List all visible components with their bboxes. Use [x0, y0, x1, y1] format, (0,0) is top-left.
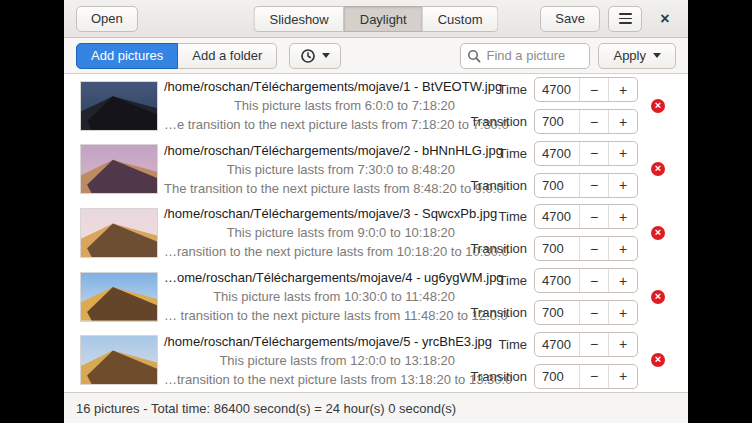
- picture-row: /home/roschan/Téléchargements/mojave/5 -…: [64, 328, 688, 392]
- decrease-button[interactable]: −: [579, 365, 608, 388]
- save-button[interactable]: Save: [540, 6, 600, 32]
- decrease-button[interactable]: −: [579, 78, 608, 101]
- time-label: Time: [463, 82, 527, 97]
- add-pictures-button[interactable]: Add pictures: [76, 43, 178, 69]
- picture-row: …ome/roschan/Téléchargements/mojave/4 - …: [64, 265, 688, 329]
- increase-button[interactable]: +: [608, 237, 637, 260]
- picture-transition-text: …ransition to the next picture lasts fro…: [164, 242, 455, 261]
- increase-button[interactable]: +: [608, 205, 637, 228]
- decrease-button[interactable]: −: [579, 110, 608, 133]
- transition-value[interactable]: 700: [535, 365, 579, 388]
- transition-spinbutton: 700 − +: [534, 236, 638, 261]
- picture-thumbnail: [80, 144, 158, 194]
- transition-value[interactable]: 700: [535, 110, 579, 133]
- time-value[interactable]: 4700: [535, 78, 579, 101]
- hamburger-menu-button[interactable]: [608, 6, 642, 32]
- transition-label: Transition: [463, 178, 527, 193]
- picture-path: /home/roschan/Téléchargements/mojave/3 -…: [164, 204, 455, 223]
- tab-slideshow[interactable]: Slideshow: [253, 6, 343, 32]
- time-label: Time: [463, 146, 527, 161]
- increase-button[interactable]: +: [608, 301, 637, 324]
- picture-path: /home/roschan/Téléchargements/mojave/5 -…: [164, 332, 455, 351]
- time-presets-button[interactable]: [289, 43, 341, 69]
- time-label: Time: [463, 337, 527, 352]
- time-value[interactable]: 4700: [535, 205, 579, 228]
- decrease-button[interactable]: −: [579, 237, 608, 260]
- delete-picture-button[interactable]: ×: [651, 290, 665, 304]
- toolbar: Add pictures Add a folder Apply: [64, 38, 688, 74]
- decrease-button[interactable]: −: [579, 269, 608, 292]
- apply-button[interactable]: Apply: [598, 43, 676, 69]
- time-spinbutton: 4700 − +: [534, 141, 638, 166]
- transition-value[interactable]: 700: [535, 237, 579, 260]
- time-spinbutton: 4700 − +: [534, 332, 638, 357]
- time-spinbutton: 4700 − +: [534, 268, 638, 293]
- picture-path: /home/roschan/Téléchargements/mojave/1 -…: [164, 77, 455, 96]
- picture-duration-text: This picture lasts from 6:0:0 to 7:18:20: [164, 96, 455, 115]
- open-button[interactable]: Open: [76, 6, 138, 32]
- add-buttons-group: Add pictures Add a folder: [76, 43, 277, 69]
- chevron-down-icon: [653, 53, 661, 58]
- picture-duration-text: This picture lasts from 12:0:0 to 13:18:…: [164, 351, 455, 370]
- header-bar: Open Slideshow Daylight Custom Save ×: [64, 0, 688, 38]
- increase-button[interactable]: +: [608, 78, 637, 101]
- status-bar: 16 pictures - Total time: 86400 second(s…: [64, 392, 688, 423]
- increase-button[interactable]: +: [608, 110, 637, 133]
- chevron-down-icon: [322, 53, 330, 58]
- decrease-button[interactable]: −: [579, 333, 608, 356]
- time-value[interactable]: 4700: [535, 142, 579, 165]
- transition-label: Transition: [463, 241, 527, 256]
- increase-button[interactable]: +: [608, 333, 637, 356]
- decrease-button[interactable]: −: [579, 205, 608, 228]
- add-folder-button[interactable]: Add a folder: [178, 43, 277, 69]
- increase-button[interactable]: +: [608, 174, 637, 197]
- delete-picture-button[interactable]: ×: [651, 353, 665, 367]
- increase-button[interactable]: +: [608, 269, 637, 292]
- picture-transition-text: The transition to the next picture lasts…: [164, 179, 455, 198]
- delete-picture-button[interactable]: ×: [651, 99, 665, 113]
- tab-daylight[interactable]: Daylight: [344, 6, 423, 32]
- time-value[interactable]: 4700: [535, 333, 579, 356]
- window-close-button[interactable]: ×: [654, 8, 676, 30]
- increase-button[interactable]: +: [608, 365, 637, 388]
- picture-thumbnail: [80, 335, 158, 385]
- delete-picture-button[interactable]: ×: [651, 162, 665, 176]
- time-label: Time: [463, 209, 527, 224]
- transition-label: Transition: [463, 305, 527, 320]
- picture-path: /home/roschan/Téléchargements/mojave/2 -…: [164, 141, 455, 160]
- transition-spinbutton: 700 − +: [534, 173, 638, 198]
- transition-spinbutton: 700 − +: [534, 300, 638, 325]
- picture-duration-text: This picture lasts from 10:30:0 to 11:48…: [164, 287, 455, 306]
- time-value[interactable]: 4700: [535, 269, 579, 292]
- transition-label: Transition: [463, 114, 527, 129]
- picture-duration-text: This picture lasts from 7:30:0 to 8:48:2…: [164, 160, 455, 179]
- delete-picture-button[interactable]: ×: [651, 226, 665, 240]
- transition-value[interactable]: 700: [535, 174, 579, 197]
- picture-thumbnail: [80, 208, 158, 258]
- mode-switcher: Slideshow Daylight Custom: [253, 6, 498, 32]
- picture-row: /home/roschan/Téléchargements/mojave/1 -…: [64, 74, 688, 138]
- search-input[interactable]: [486, 48, 583, 63]
- increase-button[interactable]: +: [608, 142, 637, 165]
- tab-custom[interactable]: Custom: [423, 6, 499, 32]
- clock-icon: [300, 48, 316, 64]
- decrease-button[interactable]: −: [579, 142, 608, 165]
- picture-duration-text: This picture lasts from 9:0:0 to 10:18:2…: [164, 223, 455, 242]
- status-text: 16 pictures - Total time: 86400 second(s…: [76, 401, 456, 416]
- picture-list: /home/roschan/Téléchargements/mojave/1 -…: [64, 74, 688, 392]
- search-box: [460, 43, 590, 69]
- app-window: Open Slideshow Daylight Custom Save × Ad…: [64, 0, 688, 423]
- decrease-button[interactable]: −: [579, 174, 608, 197]
- transition-label: Transition: [463, 369, 527, 384]
- search-icon: [467, 49, 481, 63]
- transition-spinbutton: 700 − +: [534, 109, 638, 134]
- picture-transition-text: …transition to the next picture lasts fr…: [164, 370, 455, 389]
- apply-label: Apply: [613, 48, 646, 63]
- picture-thumbnail: [80, 272, 158, 322]
- picture-transition-text: … transition to the next picture lasts f…: [164, 306, 455, 325]
- time-label: Time: [463, 273, 527, 288]
- picture-path: …ome/roschan/Téléchargements/mojave/4 - …: [164, 268, 455, 287]
- decrease-button[interactable]: −: [579, 301, 608, 324]
- hamburger-icon: [619, 13, 632, 15]
- transition-value[interactable]: 700: [535, 301, 579, 324]
